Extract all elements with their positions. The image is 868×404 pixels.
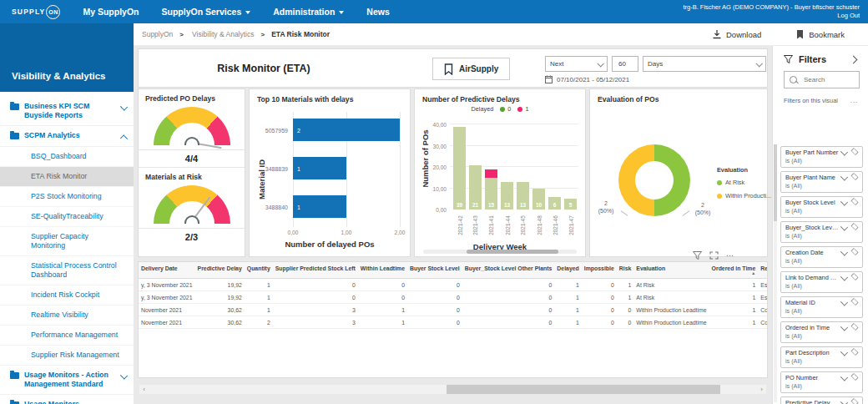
- column-header-buyer-stock-level[interactable]: Buyer Stock Level: [407, 262, 462, 279]
- horizontal-scrollbar[interactable]: ‹ ›: [139, 385, 766, 394]
- sidebar-item-business-kpi-scm-buyside-reports[interactable]: Business KPI SCM Buyside Reports: [0, 97, 134, 126]
- filter-card-part-description[interactable]: Part Descriptionis (All): [780, 346, 863, 368]
- chevron-down-icon[interactable]: [120, 401, 128, 404]
- more-options-icon[interactable]: ⋯: [726, 251, 734, 260]
- scrollbar-thumb[interactable]: [774, 144, 777, 221]
- sidebar-item-p2s-stock-monitoring[interactable]: P2S Stock Monitoring: [0, 187, 134, 207]
- sidebar-item-se-qualitytraceability[interactable]: SE-QualityTraceability: [0, 207, 134, 227]
- range-value-field[interactable]: [612, 56, 638, 72]
- clear-filter-icon[interactable]: [850, 398, 858, 404]
- nav-item-supplyon-services[interactable]: SupplyOn Services: [162, 7, 251, 17]
- column-header-buyer-stock-level-other-plants[interactable]: Buyer_Stock Level Other Plants: [462, 262, 555, 279]
- chevron-down-icon[interactable]: [840, 398, 848, 404]
- chevron-down-icon[interactable]: [840, 198, 848, 205]
- column-header-impossible[interactable]: Impossible: [582, 262, 617, 279]
- sidebar-item-scpm-analytics[interactable]: SCPM Analytics: [0, 126, 134, 147]
- column-header-delayed[interactable]: Delayed: [554, 262, 581, 279]
- breadcrumb-visibility-analytics[interactable]: Visibility & Analytics: [192, 30, 254, 38]
- sidebar-item-bsq-dashboard[interactable]: BSQ_Dashboard: [0, 147, 134, 167]
- chevron-down-icon[interactable]: [840, 298, 848, 306]
- column-header-predictive-delay[interactable]: Predictive Delay: [195, 262, 245, 279]
- bar-2021-46[interactable]: 6: [548, 197, 561, 210]
- scrollbar-thumb[interactable]: [467, 250, 558, 254]
- clear-filter-icon[interactable]: [850, 148, 858, 155]
- chevron-down-icon[interactable]: [840, 323, 848, 331]
- column-header-quantity[interactable]: Quantity: [245, 262, 273, 279]
- bar-2021-42[interactable]: 39: [453, 127, 466, 210]
- column-header-risk[interactable]: Risk: [617, 262, 634, 279]
- chevron-down-icon[interactable]: [840, 223, 848, 230]
- table-row[interactable]: y, 3 November 202119,9210000101At Risk1E…: [139, 279, 768, 291]
- scroll-right-arrow[interactable]: ›: [757, 386, 766, 393]
- bar-2021-41[interactable]: 15: [485, 169, 497, 210]
- nav-item-news[interactable]: News: [366, 7, 389, 17]
- collapse-filters-icon[interactable]: [850, 55, 858, 63]
- filter-card-predictive-delay[interactable]: Predictive Delayis (All): [780, 396, 863, 404]
- chart-scrollbar[interactable]: [423, 250, 577, 254]
- column-header-evaluation[interactable]: Evaluation: [633, 262, 709, 279]
- bar-5057959[interactable]: 2: [293, 119, 400, 141]
- clear-filter-icon[interactable]: [850, 373, 858, 381]
- bar-2021-47[interactable]: 5: [564, 199, 577, 210]
- nav-item-administration[interactable]: Administration: [273, 7, 344, 17]
- filter-card-buyer-part-number[interactable]: Buyer Part Numberis (All): [780, 146, 863, 168]
- clear-filter-icon[interactable]: [850, 298, 858, 306]
- chevron-down-icon[interactable]: [840, 273, 848, 280]
- more-options-icon[interactable]: ...: [850, 97, 858, 104]
- clear-filter-icon[interactable]: [850, 173, 858, 180]
- sidebar-item-realtime-visibility[interactable]: Realtime Visibility: [0, 306, 134, 326]
- chevron-up-icon[interactable]: [120, 134, 128, 142]
- breadcrumb-supplyon[interactable]: SupplyOn: [142, 30, 173, 38]
- supplyon-logo[interactable]: SUPPLY ON: [12, 5, 60, 19]
- filter-card-ordered-in-time[interactable]: Ordered in Timeis (All): [780, 321, 863, 343]
- filters-scrollbar[interactable]: [774, 144, 777, 402]
- filter-card-material-id[interactable]: Material IDis (All): [780, 296, 863, 318]
- scrollbar-track[interactable]: [149, 385, 757, 394]
- sidebar-item-performance-management[interactable]: Performance Management: [0, 326, 134, 346]
- sidebar-item-usage-monitors-action-management-standard[interactable]: Usage Monitors - Action Management Stand…: [0, 366, 134, 395]
- sidebar-item-eta-risk-monitor[interactable]: ETA Risk Monitor: [0, 167, 134, 187]
- column-header-recommended-action[interactable]: Recommended Action: [758, 262, 768, 279]
- chevron-down-icon[interactable]: [840, 373, 848, 381]
- clear-filter-icon[interactable]: [850, 223, 858, 230]
- table-row[interactable]: November 202130,6223100100Within Product…: [139, 316, 768, 329]
- column-header-delivery-date[interactable]: Delivery Date: [139, 262, 195, 279]
- chevron-down-icon[interactable]: [840, 348, 848, 356]
- range-type-select[interactable]: Next: [545, 56, 608, 72]
- logout-link[interactable]: Log Out: [683, 12, 860, 20]
- chevron-down-icon[interactable]: [840, 148, 848, 155]
- filters-search-box[interactable]: [784, 71, 860, 88]
- search-input[interactable]: [802, 75, 854, 84]
- bar-3488840[interactable]: 1: [293, 195, 346, 218]
- clear-filter-icon[interactable]: [850, 273, 858, 280]
- legend-item[interactable]: Within Producti...: [717, 192, 771, 199]
- clear-filter-icon[interactable]: [850, 198, 858, 205]
- airsupply-button[interactable]: AirSupply: [432, 58, 510, 80]
- scroll-left-arrow[interactable]: ‹: [139, 386, 149, 393]
- filter-card-po-number[interactable]: PO Numberis (All): [780, 371, 863, 393]
- filter-card-link-to-demand-object[interactable]: Link to Demand Objectis (All): [780, 271, 863, 293]
- filter-card-buyer-plant-name[interactable]: Buyer Plant Nameis (All): [780, 171, 863, 193]
- legend-item[interactable]: At Risk: [717, 179, 771, 186]
- sidebar-item-supplier-capacity-monitoring[interactable]: Supplier Capacity Monitoring: [0, 227, 134, 256]
- column-header-ordered-in-time[interactable]: Ordered in Time▲: [709, 262, 759, 279]
- bar-2021-44[interactable]: 13: [501, 182, 513, 210]
- chevron-down-icon[interactable]: [120, 371, 128, 379]
- range-value-input[interactable]: [617, 59, 633, 68]
- bar-2021-45[interactable]: 13: [517, 182, 529, 210]
- chevron-down-icon[interactable]: [120, 103, 128, 110]
- bookmark-button[interactable]: Bookmark: [796, 30, 845, 39]
- bar-3488839[interactable]: 1: [293, 157, 346, 179]
- sidebar-item-statistical-process-control-dashboard[interactable]: Statistical Process Control Dashboard: [0, 256, 134, 285]
- nav-item-my-supplyon[interactable]: My SupplyOn: [83, 7, 139, 17]
- bar-2021-43[interactable]: 21: [469, 165, 482, 210]
- focus-mode-icon[interactable]: [709, 251, 719, 260]
- chevron-down-icon[interactable]: [840, 248, 848, 255]
- table-row[interactable]: November 202130,6213100100Within Product…: [139, 304, 768, 316]
- clear-filter-icon[interactable]: [850, 248, 858, 255]
- table-row[interactable]: y, 3 November 202119,9210000101At Risk1E…: [139, 291, 768, 304]
- clear-filter-icon[interactable]: [850, 323, 858, 331]
- filter-card-buyer-stock-level[interactable]: Buyer Stock Levelis (All): [780, 196, 863, 218]
- column-header-supplier-predicted-stock-left[interactable]: Supplier Predicted Stock Left: [273, 262, 358, 279]
- sidebar-item-supplier-risk-management[interactable]: Supplier Risk Management: [0, 346, 134, 366]
